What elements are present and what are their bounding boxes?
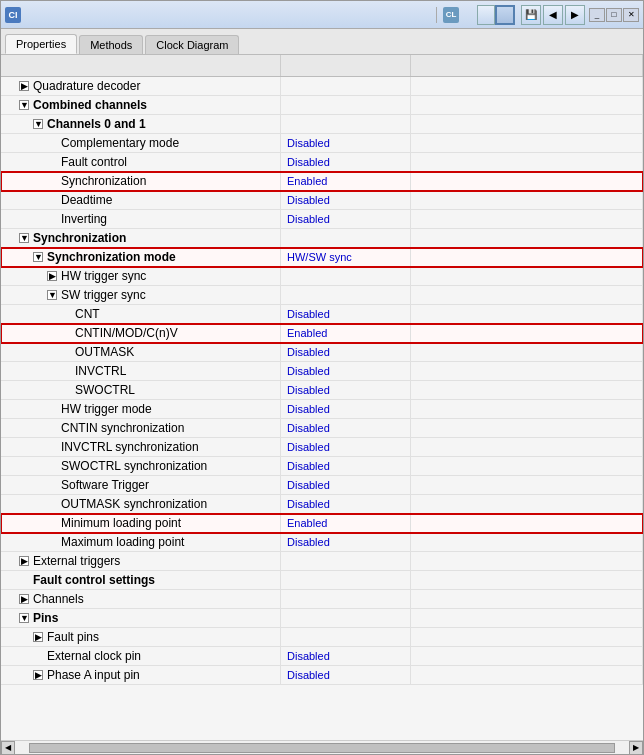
close-button[interactable]: ✕ [623,8,639,22]
table-row[interactable]: External clock pinDisabled [1,647,643,666]
table-row[interactable]: ▼Channels 0 and 1 [1,115,643,134]
row-label: Complementary mode [61,136,179,150]
row-value-cell: HW/SW sync [281,248,411,266]
scrollbar-thumb[interactable] [29,743,615,753]
table-row[interactable]: DeadtimeDisabled [1,191,643,210]
row-details-cell [411,343,643,361]
expand-icon[interactable]: ▶ [19,556,29,566]
table-row[interactable]: InvertingDisabled [1,210,643,229]
collapse-icon[interactable]: ▼ [19,100,29,110]
table-row[interactable]: Fault controlDisabled [1,153,643,172]
row-name-cell: ▶Phase A input pin [1,666,281,684]
row-label: Pins [33,611,58,625]
table-row[interactable]: ▶Quadrature decoder [1,77,643,96]
table-row[interactable]: OUTMASK synchronizationDisabled [1,495,643,514]
row-details-cell [411,115,643,133]
table-row[interactable]: ▶HW trigger sync [1,267,643,286]
row-details-cell [411,77,643,95]
table-row[interactable]: SynchronizationEnabled [1,172,643,191]
row-details-cell [411,305,643,323]
row-details-cell [411,609,643,627]
row-value-cell: Disabled [281,381,411,399]
save-icon[interactable]: 💾 [521,5,541,25]
main-window: CI CL 💾 ◀ ▶ _ □ ✕ Properties Methods Clo… [0,0,644,755]
table-row[interactable]: ▼SW trigger sync [1,286,643,305]
row-value-cell: Disabled [281,419,411,437]
row-details-cell [411,210,643,228]
tab-clock-diagram[interactable]: Clock Diagram [145,35,239,54]
row-value-cell: Disabled [281,191,411,209]
forward-icon[interactable]: ▶ [565,5,585,25]
row-value-cell: Disabled [281,362,411,380]
row-label: INVCTRL synchronization [61,440,199,454]
advanced-button[interactable] [495,5,515,25]
expand-icon[interactable]: ▶ [33,632,43,642]
table-row[interactable]: Minimum loading pointEnabled [1,514,643,533]
row-name-cell: Fault control [1,153,281,171]
basic-button[interactable] [477,5,495,25]
table-row[interactable]: Complementary modeDisabled [1,134,643,153]
row-details-cell [411,134,643,152]
row-name-cell: ▼Combined channels [1,96,281,114]
table-row[interactable]: Fault control settings [1,571,643,590]
table-row[interactable]: ▶External triggers [1,552,643,571]
row-details-cell [411,362,643,380]
row-details-cell [411,172,643,190]
row-details-cell [411,191,643,209]
row-name-cell: Complementary mode [1,134,281,152]
row-label: Phase A input pin [47,668,140,682]
row-label: Quadrature decoder [33,79,140,93]
collapse-icon[interactable]: ▼ [33,119,43,129]
expand-icon[interactable]: ▶ [19,81,29,91]
row-label: Synchronization [61,174,146,188]
table-row[interactable]: ▶Phase A input pinDisabled [1,666,643,685]
collapse-icon[interactable]: ▼ [33,252,43,262]
table-row[interactable]: ▼Synchronization [1,229,643,248]
collapse-icon[interactable]: ▼ [19,233,29,243]
expand-icon[interactable]: ▶ [47,271,57,281]
scroll-right-btn[interactable]: ▶ [629,741,643,755]
horizontal-scrollbar[interactable]: ◀ ▶ [1,740,643,754]
table-row[interactable]: CNTDisabled [1,305,643,324]
table-row[interactable]: ▼Pins [1,609,643,628]
row-name-cell: ▼Synchronization mode [1,248,281,266]
table-row[interactable]: SWOCTRLDisabled [1,381,643,400]
table-row[interactable]: ▼Synchronization modeHW/SW sync [1,248,643,267]
collapse-icon[interactable]: ▼ [47,290,57,300]
collapse-icon[interactable]: ▼ [19,613,29,623]
tab-methods[interactable]: Methods [79,35,143,54]
table-row[interactable]: ▶Channels [1,590,643,609]
row-name-cell: Minimum loading point [1,514,281,532]
table-row[interactable]: SWOCTRL synchronizationDisabled [1,457,643,476]
row-value-cell [281,571,411,589]
scroll-left-btn[interactable]: ◀ [1,741,15,755]
table-row[interactable]: Maximum loading pointDisabled [1,533,643,552]
table-row[interactable]: ▶Fault pins [1,628,643,647]
row-name-cell: CNTIN synchronization [1,419,281,437]
table-row[interactable]: CNTIN/MOD/C(n)VEnabled [1,324,643,343]
table-row[interactable]: Software TriggerDisabled [1,476,643,495]
table-body[interactable]: ▶Quadrature decoder▼Combined channels▼Ch… [1,77,643,740]
table-row[interactable]: INVCTRL synchronizationDisabled [1,438,643,457]
row-label: Fault pins [47,630,99,644]
minimize-button[interactable]: _ [589,8,605,22]
table-row[interactable]: OUTMASKDisabled [1,343,643,362]
back-icon[interactable]: ◀ [543,5,563,25]
table-row[interactable]: CNTIN synchronizationDisabled [1,419,643,438]
table-row[interactable]: INVCTRLDisabled [1,362,643,381]
table-row[interactable]: HW trigger modeDisabled [1,400,643,419]
row-name-cell: Synchronization [1,172,281,190]
table-row[interactable]: ▼Combined channels [1,96,643,115]
row-label: HW trigger mode [61,402,152,416]
expand-icon[interactable]: ▶ [19,594,29,604]
row-details-cell [411,647,643,665]
maximize-button[interactable]: □ [606,8,622,22]
row-name-cell: Deadtime [1,191,281,209]
row-value-cell [281,628,411,646]
comp-lib-icon: CL [443,7,459,23]
row-details-cell [411,267,643,285]
tab-properties[interactable]: Properties [5,34,77,54]
expand-icon[interactable]: ▶ [33,670,43,680]
row-value-cell: Enabled [281,514,411,532]
row-label: OUTMASK [75,345,134,359]
